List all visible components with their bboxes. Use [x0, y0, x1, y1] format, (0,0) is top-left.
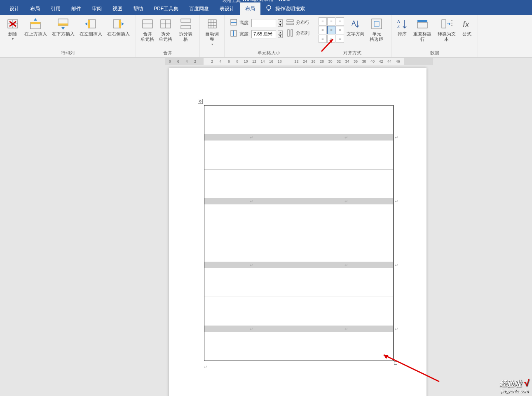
split-table-label: 拆分表格	[177, 31, 195, 42]
table-row: ↵ ↵↵	[204, 297, 394, 361]
group-autofit: 自动调整 ▾	[200, 15, 225, 57]
sort-icon: AZ	[396, 17, 409, 30]
tab-table-layout[interactable]: 布局	[240, 2, 260, 15]
insert-right-label: 在右侧插入	[107, 31, 130, 37]
repeat-header-button[interactable]: 重复标题行	[410, 16, 435, 43]
sort-button[interactable]: AZ 排序	[394, 16, 410, 37]
insert-left-button[interactable]: 在左侧插入	[77, 16, 105, 37]
tab-help[interactable]: 帮助	[128, 2, 148, 15]
delete-icon	[6, 17, 19, 30]
table-row: ↵ ↵↵	[204, 233, 394, 297]
table-cell[interactable]: ↵↵	[299, 297, 394, 361]
table-cell[interactable]: ↵↵	[299, 105, 394, 169]
split-cells-button[interactable]: 拆分 单元格	[157, 16, 175, 43]
table-cell[interactable]: ↵	[204, 169, 299, 233]
dropdown-arrow-icon: ▾	[12, 37, 14, 41]
insert-above-label: 在上方插入	[24, 31, 47, 37]
document-table[interactable]: ↵ ↵↵ ↵ ↵↵ ↵ ↵↵ ↵ ↵↵	[204, 105, 394, 361]
distribute-cols-button[interactable]: 分布列	[286, 29, 309, 37]
dropdown-arrow-icon: ▾	[211, 42, 213, 46]
align-middle-center[interactable]: ≡	[327, 26, 335, 34]
autofit-label: 自动调整	[205, 31, 219, 42]
width-input[interactable]	[251, 30, 276, 38]
table-row: ↵ ↵↵	[204, 169, 394, 233]
insert-below-icon	[56, 17, 70, 30]
table-cell[interactable]: ↵	[204, 105, 299, 169]
autofit-button[interactable]: 自动调整 ▾	[202, 16, 222, 47]
width-spin-up[interactable]: ▲	[278, 30, 283, 34]
tab-references[interactable]: 引用	[45, 2, 66, 15]
repeat-header-icon	[416, 17, 429, 30]
align-middle-left[interactable]: ≡	[319, 26, 327, 34]
svg-rect-37	[374, 21, 379, 26]
table-cell[interactable]: ↵	[204, 233, 299, 297]
table-cell[interactable]: ↵↵	[299, 169, 394, 233]
align-top-right[interactable]: ≡	[336, 17, 344, 26]
svg-rect-1	[268, 9, 269, 11]
page[interactable]: ✥ ↵ ↵↵ ↵ ↵↵ ↵ ↵↵ ↵ ↵↵ ↵	[169, 68, 427, 396]
group-rows-cols: 删除 ▾ 在上方插入 在下方插入 在左侧插入 在右侧插入 行和列	[0, 15, 136, 57]
align-bottom-left[interactable]: ≡	[319, 35, 327, 43]
align-bottom-center[interactable]: ≡	[327, 35, 335, 43]
split-cells-label: 拆分 单元格	[159, 31, 172, 42]
tell-me-search[interactable]: 操作说明搜索	[265, 4, 305, 14]
svg-rect-36	[372, 19, 382, 29]
split-cells-icon	[159, 17, 172, 30]
tab-table-design[interactable]: 表设计	[214, 2, 240, 15]
table-resize-handle[interactable]	[394, 361, 397, 365]
tab-pdf[interactable]: PDF工具集	[148, 2, 184, 15]
table-move-handle[interactable]: ✥	[198, 99, 203, 104]
tab-design[interactable]: 设计	[4, 2, 25, 15]
distribute-cols-label: 分布列	[296, 30, 309, 36]
align-middle-right[interactable]: ≡	[336, 26, 344, 34]
svg-rect-32	[287, 23, 293, 25]
formula-button[interactable]: fx 公式	[459, 16, 475, 37]
tab-mailings[interactable]: 邮件	[66, 2, 87, 15]
watermark: 经验啦 √ jingyanla.com	[499, 378, 529, 394]
svg-rect-40	[417, 20, 427, 22]
height-spin-up[interactable]: ▲	[278, 19, 283, 23]
distribute-rows-button[interactable]: 分布行	[286, 18, 309, 26]
cell-margins-icon	[370, 17, 383, 30]
width-icon	[230, 29, 238, 39]
split-table-icon	[179, 17, 192, 30]
tab-layout[interactable]: 布局	[25, 2, 45, 15]
formula-icon: fx	[460, 17, 473, 30]
tab-baidu[interactable]: 百度网盘	[184, 2, 214, 15]
text-direction-button[interactable]: A 文字方向	[344, 16, 367, 37]
svg-text:A: A	[397, 19, 400, 24]
insert-below-label: 在下方插入	[52, 31, 75, 37]
split-table-button[interactable]: 拆分表格	[175, 16, 197, 43]
merge-cells-button[interactable]: 合并 单元格	[138, 16, 157, 43]
group-rows-cols-label: 行和列	[2, 49, 133, 57]
width-spin-down[interactable]: ▼	[278, 34, 283, 38]
document-area: 8642246810121416182224262830323436384042…	[0, 58, 532, 396]
ribbon-tabs: 设计 布局 引用 邮件 审阅 视图 帮助 PDF工具集 百度网盘 表设计 布局 …	[0, 2, 532, 15]
align-top-left[interactable]: ≡	[319, 17, 327, 26]
to-text-icon	[440, 17, 453, 30]
align-bottom-right[interactable]: ≡	[336, 35, 344, 43]
table-cell[interactable]: ↵↵	[299, 233, 394, 297]
tab-review[interactable]: 审阅	[87, 2, 107, 15]
text-direction-label: 文字方向	[347, 31, 365, 37]
sort-label: 排序	[398, 31, 407, 37]
to-text-button[interactable]: 转换为文本	[435, 16, 459, 43]
horizontal-ruler[interactable]: 8642246810121416182224262830323436384042…	[165, 58, 433, 65]
table-cell[interactable]: ↵	[204, 297, 299, 361]
tab-view[interactable]: 视图	[107, 2, 128, 15]
svg-rect-33	[288, 30, 289, 36]
insert-right-icon	[112, 17, 125, 30]
watermark-text1: 经验啦	[499, 380, 522, 388]
formula-label: 公式	[462, 31, 471, 37]
svg-rect-42	[442, 20, 446, 28]
height-input[interactable]	[251, 19, 276, 27]
insert-above-button[interactable]: 在上方插入	[22, 16, 49, 37]
window-title: Word嵌套表格 - Word	[242, 0, 290, 3]
align-top-center[interactable]: ≡	[327, 17, 335, 26]
insert-right-button[interactable]: 在右侧插入	[105, 16, 132, 37]
merge-cells-label: 合并 单元格	[141, 31, 154, 42]
cell-margins-button[interactable]: 单元 格边距	[367, 16, 386, 43]
height-spin-down[interactable]: ▼	[278, 23, 283, 27]
insert-below-button[interactable]: 在下方插入	[49, 16, 77, 37]
delete-button[interactable]: 删除 ▾	[4, 16, 22, 42]
